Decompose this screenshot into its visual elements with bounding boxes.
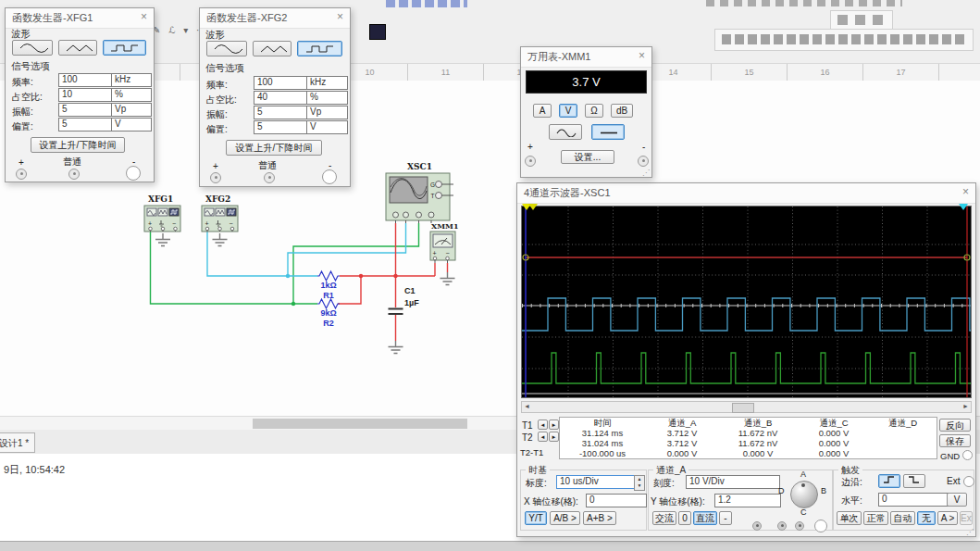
t1-left-button[interactable]: ◄: [538, 420, 548, 430]
channel-b-radio[interactable]: [777, 521, 787, 531]
wire-green-xfg1[interactable]: [151, 223, 419, 304]
xfg2-close-icon[interactable]: ×: [337, 10, 343, 23]
scroll-left-icon[interactable]: ◄: [524, 403, 530, 409]
xfg2-titlebar[interactable]: 函数发生器-XFG2 ×: [200, 8, 350, 29]
xmm1-dialog: 万用表-XMM1 × 3.7 V A V Ω dB 设置... + - ⋰: [520, 46, 652, 178]
duty-input[interactable]: 40: [254, 91, 313, 105]
component-xmm1[interactable]: + − XMM1: [430, 221, 458, 263]
offset-label: 偏置:: [12, 120, 33, 133]
ac-button[interactable]: 交流: [652, 511, 676, 525]
ammeter-button[interactable]: A: [533, 104, 552, 118]
db-button[interactable]: dB: [611, 104, 633, 118]
timebase-spinner[interactable]: ▲▼: [634, 475, 645, 491]
knob-pointer: [801, 483, 805, 487]
xfg2-minus-terminal[interactable]: [322, 169, 337, 184]
t2-right-button[interactable]: ►: [549, 432, 559, 442]
level-label: 水平:: [841, 495, 862, 507]
scope-hscrollbar[interactable]: ◄ ►: [521, 401, 972, 413]
scope-display: [521, 206, 972, 398]
component-xfg2[interactable]: + − XFG2: [202, 194, 238, 232]
ext-radio[interactable]: [963, 476, 974, 487]
ab-button[interactable]: A/B >: [550, 511, 580, 525]
xmm1-settings-button[interactable]: 设置...: [561, 150, 614, 164]
frequency-input[interactable]: 100: [58, 73, 118, 87]
normal-button[interactable]: 正常: [863, 511, 888, 525]
xmm1-close-icon[interactable]: ×: [639, 49, 645, 62]
xfg1-minus-terminal[interactable]: [126, 166, 141, 181]
square-wave-button[interactable]: [103, 40, 146, 56]
xmm1-resize-grip-icon[interactable]: ⋰: [642, 169, 650, 177]
xmm1-plus-terminal[interactable]: [525, 156, 536, 167]
timebase-scale-input[interactable]: 10 us/Div: [556, 475, 638, 489]
single-button[interactable]: 单次: [837, 511, 862, 525]
xfg1-plus-terminal[interactable]: [16, 169, 27, 180]
t1-right-button[interactable]: ►: [549, 420, 559, 430]
dc-mode-button[interactable]: [591, 124, 625, 140]
apb-button[interactable]: A+B >: [583, 511, 616, 525]
reverse-button[interactable]: 反向: [939, 419, 971, 432]
triangle-wave-button[interactable]: [253, 41, 292, 56]
component-r2[interactable]: [317, 299, 340, 308]
save-button[interactable]: 保存: [939, 434, 971, 447]
t2-left-button[interactable]: ◄: [538, 432, 548, 442]
voltmeter-button[interactable]: V: [559, 104, 577, 118]
t2t1-label: T2-T1: [520, 447, 543, 457]
sine-wave-button[interactable]: [12, 40, 53, 56]
scope-close-icon[interactable]: ×: [962, 185, 969, 198]
channel-a-radio[interactable]: [752, 521, 762, 531]
scope-hscrollbar-thumb[interactable]: [732, 403, 754, 413]
yt-button[interactable]: Y/T: [525, 511, 547, 525]
channel-d-radio[interactable]: [814, 520, 827, 532]
minus-button[interactable]: -: [719, 511, 732, 525]
xmm1-titlebar[interactable]: 万用表-XMM1 ×: [521, 47, 651, 68]
xfg1-titlebar[interactable]: 函数发生器-XFG1 ×: [6, 8, 154, 29]
rise-fall-button[interactable]: 设置上升/下降时间: [226, 140, 322, 156]
amplitude-input[interactable]: 5: [254, 106, 313, 119]
component-c1[interactable]: [389, 309, 403, 315]
component-r1[interactable]: [317, 271, 340, 281]
xfg2-plus-label: +: [213, 161, 218, 171]
r2-value: 9kΩ: [320, 308, 336, 318]
rise-fall-button[interactable]: 设置上升/下降时间: [31, 137, 125, 153]
xfg1-close-icon[interactable]: ×: [141, 10, 147, 23]
trigger-a-button[interactable]: A >: [937, 511, 958, 525]
channel-c-radio[interactable]: [795, 521, 804, 531]
timebase-xpos-input[interactable]: 0: [586, 494, 647, 507]
offset-input[interactable]: 5: [58, 118, 118, 131]
xfg2-plus-terminal[interactable]: [210, 172, 221, 183]
ac-mode-button[interactable]: [549, 124, 582, 140]
component-xfg1[interactable]: + − XFG1: [144, 194, 180, 232]
auto-button[interactable]: 自动: [890, 511, 915, 525]
t2-marker-icon[interactable]: [959, 204, 968, 210]
trigger-ext-button[interactable]: Ext: [960, 511, 973, 525]
scope-window: 4通道示波器-XSC1 × ◄: [516, 182, 976, 537]
rising-edge-button[interactable]: [878, 474, 900, 488]
triangle-wave-button[interactable]: [58, 40, 97, 56]
component-xsc1[interactable]: G T XSC1: [386, 162, 453, 223]
scope-titlebar[interactable]: 4通道示波器-XSC1 ×: [517, 183, 975, 204]
xfg1-common-terminal[interactable]: [68, 169, 80, 180]
xmm1-minus-terminal[interactable]: [638, 156, 649, 167]
resize-grip-icon[interactable]: ⋰: [966, 528, 974, 536]
channel-ypos-input[interactable]: 1.2: [714, 494, 781, 507]
col-header: 通道_C: [819, 419, 848, 428]
sine-wave-button[interactable]: [206, 41, 247, 56]
svg-text:+: +: [433, 250, 437, 257]
ohmmeter-button[interactable]: Ω: [585, 104, 603, 118]
trigger-level-input[interactable]: 0: [878, 493, 949, 507]
level-unit-button[interactable]: V: [947, 493, 967, 507]
duty-input[interactable]: 10: [58, 88, 118, 102]
xfg2-common-terminal[interactable]: [264, 172, 275, 183]
frequency-input[interactable]: 100: [254, 76, 313, 90]
offset-input[interactable]: 5: [254, 120, 313, 134]
gnd-terminal[interactable]: [962, 450, 973, 460]
falling-edge-button[interactable]: [903, 474, 925, 488]
none-button[interactable]: 无: [917, 511, 936, 525]
xfg2-refdes: XFG2: [205, 194, 230, 204]
scroll-right-icon[interactable]: ►: [962, 403, 969, 409]
amplitude-input[interactable]: 5: [58, 103, 118, 117]
zero-button[interactable]: 0: [678, 511, 691, 525]
dc-button[interactable]: 直流: [693, 511, 717, 525]
square-wave-button[interactable]: [297, 41, 342, 56]
channel-scale-input[interactable]: 10 V/Div: [686, 475, 780, 489]
